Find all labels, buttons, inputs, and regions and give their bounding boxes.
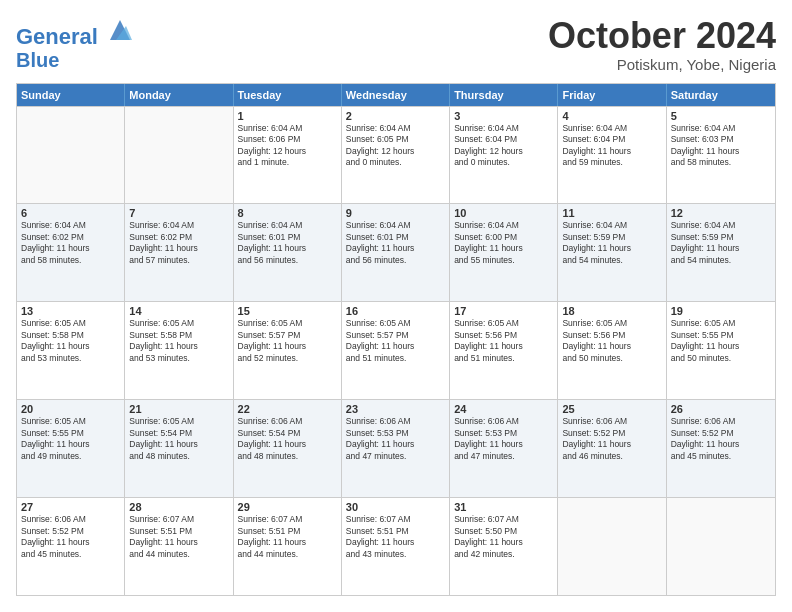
weekday-header-thursday: Thursday: [450, 84, 558, 106]
weekday-header-sunday: Sunday: [17, 84, 125, 106]
cell-date: 11: [562, 207, 661, 219]
calendar-cell: 19Sunrise: 6:05 AMSunset: 5:55 PMDayligh…: [667, 302, 775, 399]
calendar-body: 1Sunrise: 6:04 AMSunset: 6:06 PMDaylight…: [17, 106, 775, 595]
cell-date: 2: [346, 110, 445, 122]
calendar-cell: 13Sunrise: 6:05 AMSunset: 5:58 PMDayligh…: [17, 302, 125, 399]
calendar-cell: 4Sunrise: 6:04 AMSunset: 6:04 PMDaylight…: [558, 107, 666, 204]
calendar-cell: 18Sunrise: 6:05 AMSunset: 5:56 PMDayligh…: [558, 302, 666, 399]
calendar-cell: 6Sunrise: 6:04 AMSunset: 6:02 PMDaylight…: [17, 204, 125, 301]
cell-date: 10: [454, 207, 553, 219]
cell-info: Sunrise: 6:06 AMSunset: 5:53 PMDaylight:…: [454, 416, 553, 462]
page: General Blue October 2024 Potiskum, Yobe…: [0, 0, 792, 612]
cell-date: 9: [346, 207, 445, 219]
cell-info: Sunrise: 6:04 AMSunset: 6:00 PMDaylight:…: [454, 220, 553, 266]
calendar-cell: 2Sunrise: 6:04 AMSunset: 6:05 PMDaylight…: [342, 107, 450, 204]
cell-date: 3: [454, 110, 553, 122]
cell-date: 7: [129, 207, 228, 219]
cell-date: 23: [346, 403, 445, 415]
calendar-cell: 17Sunrise: 6:05 AMSunset: 5:56 PMDayligh…: [450, 302, 558, 399]
cell-date: 13: [21, 305, 120, 317]
cell-info: Sunrise: 6:04 AMSunset: 6:02 PMDaylight:…: [129, 220, 228, 266]
cell-date: 27: [21, 501, 120, 513]
location: Potiskum, Yobe, Nigeria: [548, 56, 776, 73]
cell-info: Sunrise: 6:06 AMSunset: 5:52 PMDaylight:…: [562, 416, 661, 462]
calendar-header: SundayMondayTuesdayWednesdayThursdayFrid…: [17, 84, 775, 106]
calendar-cell: 12Sunrise: 6:04 AMSunset: 5:59 PMDayligh…: [667, 204, 775, 301]
calendar-cell: 7Sunrise: 6:04 AMSunset: 6:02 PMDaylight…: [125, 204, 233, 301]
cell-info: Sunrise: 6:04 AMSunset: 6:03 PMDaylight:…: [671, 123, 771, 169]
cell-date: 8: [238, 207, 337, 219]
cell-date: 28: [129, 501, 228, 513]
cell-info: Sunrise: 6:04 AMSunset: 6:06 PMDaylight:…: [238, 123, 337, 169]
logo-general: General: [16, 24, 98, 49]
cell-info: Sunrise: 6:06 AMSunset: 5:52 PMDaylight:…: [671, 416, 771, 462]
weekday-header-saturday: Saturday: [667, 84, 775, 106]
cell-date: 15: [238, 305, 337, 317]
cell-date: 21: [129, 403, 228, 415]
cell-date: 30: [346, 501, 445, 513]
cell-info: Sunrise: 6:05 AMSunset: 5:55 PMDaylight:…: [671, 318, 771, 364]
calendar-cell: [558, 498, 666, 595]
cell-info: Sunrise: 6:05 AMSunset: 5:55 PMDaylight:…: [21, 416, 120, 462]
cell-info: Sunrise: 6:05 AMSunset: 5:58 PMDaylight:…: [129, 318, 228, 364]
cell-info: Sunrise: 6:06 AMSunset: 5:52 PMDaylight:…: [21, 514, 120, 560]
cell-info: Sunrise: 6:04 AMSunset: 6:04 PMDaylight:…: [562, 123, 661, 169]
logo-blue: Blue: [16, 49, 134, 71]
calendar-cell: 3Sunrise: 6:04 AMSunset: 6:04 PMDaylight…: [450, 107, 558, 204]
cell-info: Sunrise: 6:04 AMSunset: 6:01 PMDaylight:…: [346, 220, 445, 266]
cell-info: Sunrise: 6:04 AMSunset: 6:02 PMDaylight:…: [21, 220, 120, 266]
cell-info: Sunrise: 6:05 AMSunset: 5:58 PMDaylight:…: [21, 318, 120, 364]
cell-date: 18: [562, 305, 661, 317]
calendar-row-4: 27Sunrise: 6:06 AMSunset: 5:52 PMDayligh…: [17, 497, 775, 595]
calendar-cell: 10Sunrise: 6:04 AMSunset: 6:00 PMDayligh…: [450, 204, 558, 301]
calendar-cell: 14Sunrise: 6:05 AMSunset: 5:58 PMDayligh…: [125, 302, 233, 399]
weekday-header-monday: Monday: [125, 84, 233, 106]
cell-info: Sunrise: 6:04 AMSunset: 5:59 PMDaylight:…: [671, 220, 771, 266]
cell-date: 4: [562, 110, 661, 122]
cell-info: Sunrise: 6:07 AMSunset: 5:51 PMDaylight:…: [346, 514, 445, 560]
calendar-cell: 20Sunrise: 6:05 AMSunset: 5:55 PMDayligh…: [17, 400, 125, 497]
logo: General Blue: [16, 16, 134, 71]
calendar-cell: 8Sunrise: 6:04 AMSunset: 6:01 PMDaylight…: [234, 204, 342, 301]
calendar-row-0: 1Sunrise: 6:04 AMSunset: 6:06 PMDaylight…: [17, 106, 775, 204]
weekday-header-friday: Friday: [558, 84, 666, 106]
cell-info: Sunrise: 6:04 AMSunset: 6:05 PMDaylight:…: [346, 123, 445, 169]
cell-date: 22: [238, 403, 337, 415]
calendar-cell: [17, 107, 125, 204]
cell-info: Sunrise: 6:05 AMSunset: 5:57 PMDaylight:…: [346, 318, 445, 364]
calendar: SundayMondayTuesdayWednesdayThursdayFrid…: [16, 83, 776, 596]
calendar-cell: 5Sunrise: 6:04 AMSunset: 6:03 PMDaylight…: [667, 107, 775, 204]
calendar-cell: 16Sunrise: 6:05 AMSunset: 5:57 PMDayligh…: [342, 302, 450, 399]
calendar-cell: 31Sunrise: 6:07 AMSunset: 5:50 PMDayligh…: [450, 498, 558, 595]
cell-info: Sunrise: 6:05 AMSunset: 5:56 PMDaylight:…: [454, 318, 553, 364]
calendar-cell: 21Sunrise: 6:05 AMSunset: 5:54 PMDayligh…: [125, 400, 233, 497]
calendar-cell: 11Sunrise: 6:04 AMSunset: 5:59 PMDayligh…: [558, 204, 666, 301]
cell-date: 29: [238, 501, 337, 513]
calendar-cell: 29Sunrise: 6:07 AMSunset: 5:51 PMDayligh…: [234, 498, 342, 595]
cell-date: 26: [671, 403, 771, 415]
cell-date: 25: [562, 403, 661, 415]
weekday-header-tuesday: Tuesday: [234, 84, 342, 106]
cell-date: 12: [671, 207, 771, 219]
cell-date: 20: [21, 403, 120, 415]
calendar-cell: 27Sunrise: 6:06 AMSunset: 5:52 PMDayligh…: [17, 498, 125, 595]
calendar-cell: 26Sunrise: 6:06 AMSunset: 5:52 PMDayligh…: [667, 400, 775, 497]
calendar-cell: 23Sunrise: 6:06 AMSunset: 5:53 PMDayligh…: [342, 400, 450, 497]
logo-text: General: [16, 16, 134, 49]
calendar-cell: 15Sunrise: 6:05 AMSunset: 5:57 PMDayligh…: [234, 302, 342, 399]
cell-date: 24: [454, 403, 553, 415]
header: General Blue October 2024 Potiskum, Yobe…: [16, 16, 776, 73]
calendar-cell: 25Sunrise: 6:06 AMSunset: 5:52 PMDayligh…: [558, 400, 666, 497]
cell-date: 1: [238, 110, 337, 122]
weekday-header-wednesday: Wednesday: [342, 84, 450, 106]
calendar-row-1: 6Sunrise: 6:04 AMSunset: 6:02 PMDaylight…: [17, 203, 775, 301]
cell-date: 14: [129, 305, 228, 317]
cell-info: Sunrise: 6:06 AMSunset: 5:53 PMDaylight:…: [346, 416, 445, 462]
cell-info: Sunrise: 6:07 AMSunset: 5:51 PMDaylight:…: [129, 514, 228, 560]
calendar-cell: [667, 498, 775, 595]
logo-icon: [106, 16, 134, 44]
cell-info: Sunrise: 6:07 AMSunset: 5:51 PMDaylight:…: [238, 514, 337, 560]
cell-info: Sunrise: 6:04 AMSunset: 5:59 PMDaylight:…: [562, 220, 661, 266]
calendar-cell: 1Sunrise: 6:04 AMSunset: 6:06 PMDaylight…: [234, 107, 342, 204]
month-title: October 2024: [548, 16, 776, 56]
